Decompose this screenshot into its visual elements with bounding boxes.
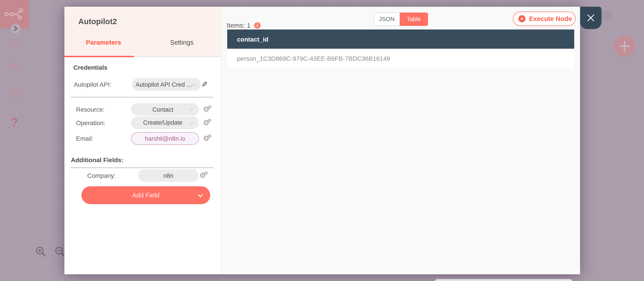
section-divider bbox=[71, 97, 213, 97]
email-field[interactable]: harshil@n8n.io bbox=[131, 132, 199, 145]
company-label: Company: bbox=[87, 169, 116, 182]
node-title: Autopilot2 bbox=[78, 17, 117, 26]
key-icon bbox=[11, 63, 19, 71]
tab-parameters[interactable]: Parameters bbox=[64, 39, 143, 46]
items-count-label: Items: 1 bbox=[227, 21, 251, 29]
email-label: Email: bbox=[76, 132, 94, 145]
chevron-down-icon bbox=[198, 192, 203, 198]
node-detail-modal: Autopilot2 Parameters Settings Credentia… bbox=[64, 7, 580, 274]
sidebar-expand-button[interactable] bbox=[11, 24, 20, 33]
add-node-button[interactable] bbox=[614, 36, 635, 57]
sitemap-icon bbox=[11, 38, 20, 46]
close-modal-button[interactable] bbox=[580, 7, 602, 29]
table-cell: person_1C3D869C-979C-43EE-B6FB-7BDC36B16… bbox=[227, 55, 390, 62]
add-field-button[interactable]: Add Field bbox=[82, 186, 210, 204]
company-row: Company: n8n ⚙⚙ bbox=[64, 169, 221, 182]
operation-row: Operation: Create/Update ⚙⚙ bbox=[64, 116, 221, 129]
info-icon[interactable]: i bbox=[254, 22, 260, 28]
credential-select[interactable]: Autopilot API Cred … bbox=[132, 78, 200, 91]
chevron-down-icon bbox=[190, 107, 194, 111]
resource-label: Resource: bbox=[76, 103, 105, 116]
play-icon bbox=[518, 15, 526, 22]
email-value: harshil@n8n.io bbox=[139, 135, 192, 142]
node-settings-panel: Autopilot2 Parameters Settings Credentia… bbox=[64, 7, 221, 274]
operation-select[interactable]: Create/Update bbox=[131, 116, 199, 129]
view-json-button[interactable]: JSON bbox=[374, 12, 400, 26]
column-header: contact_id bbox=[227, 35, 268, 43]
resource-select[interactable]: Contact bbox=[131, 103, 199, 116]
operation-value: Create/Update bbox=[137, 119, 193, 126]
checklist-icon bbox=[11, 89, 20, 98]
execute-node-label: Execute Node bbox=[529, 15, 572, 22]
credential-label: Autopilot API: bbox=[74, 78, 111, 91]
credential-row: Autopilot API: Autopilot API Cred … ✎ bbox=[64, 78, 221, 91]
add-field-label: Add Field bbox=[132, 192, 160, 199]
output-table-header: contact_id bbox=[227, 29, 574, 49]
credentials-heading: Credentials bbox=[73, 64, 108, 71]
parameter-options-icon[interactable]: ⚙⚙ bbox=[200, 169, 212, 182]
n8n-logo-icon bbox=[4, 7, 25, 21]
additional-fields-heading: Additional Fields: bbox=[71, 156, 124, 164]
section-divider bbox=[71, 168, 213, 168]
close-icon bbox=[586, 13, 595, 22]
edit-credential-icon[interactable]: ✎ bbox=[201, 78, 208, 91]
chevron-right-icon bbox=[14, 26, 18, 31]
sidebar-item-executions[interactable] bbox=[11, 89, 20, 100]
tab-underline bbox=[134, 56, 221, 57]
sidebar-item-credentials[interactable] bbox=[11, 63, 20, 73]
output-table: contact_id person_1C3D869C-979C-43EE-B6F… bbox=[227, 29, 574, 68]
sidebar-item-help[interactable]: ? bbox=[11, 116, 18, 130]
output-view-toggle: JSON Table bbox=[374, 12, 428, 26]
company-value: n8n bbox=[157, 172, 180, 179]
tab-settings[interactable]: Settings bbox=[143, 39, 221, 46]
active-tab-underline bbox=[64, 56, 134, 57]
app-stage: ? Autopilot2 bbox=[0, 0, 644, 281]
email-row: Email: harshil@n8n.io ⚙⚙ bbox=[64, 132, 221, 145]
zoom-in-icon bbox=[35, 246, 47, 258]
parameter-options-icon[interactable]: ⚙⚙ bbox=[203, 132, 216, 145]
node-panel-header bbox=[64, 7, 221, 56]
resource-row: Resource: Contact ⚙⚙ bbox=[64, 103, 221, 116]
node-output-panel: Items: 1 i JSON Table Execute Node conta… bbox=[221, 7, 580, 274]
parameter-options-icon[interactable]: ⚙⚙ bbox=[203, 116, 216, 129]
table-row: person_1C3D869C-979C-43EE-B6FB-7BDC36B16… bbox=[227, 49, 574, 68]
zoom-in-button[interactable] bbox=[35, 246, 47, 260]
company-field[interactable]: n8n bbox=[138, 169, 198, 182]
sidebar-item-workflows[interactable] bbox=[11, 38, 20, 48]
parameter-options-icon[interactable]: ⚙⚙ bbox=[203, 103, 216, 116]
execute-node-button[interactable]: Execute Node bbox=[513, 12, 576, 26]
resource-value: Contact bbox=[146, 106, 184, 113]
view-table-button[interactable]: Table bbox=[400, 12, 428, 26]
operation-label: Operation: bbox=[76, 116, 105, 129]
notification-toast bbox=[434, 279, 573, 281]
